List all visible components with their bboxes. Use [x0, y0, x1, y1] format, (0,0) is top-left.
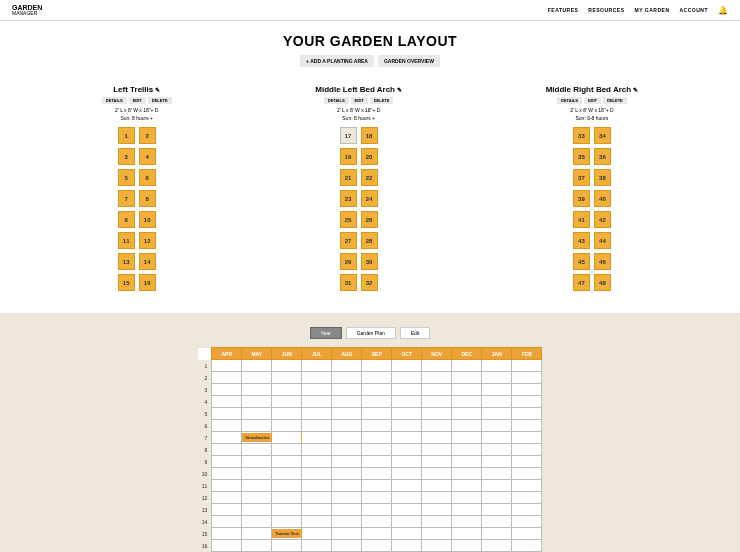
timeline-cell[interactable] — [302, 396, 332, 408]
timeline-cell[interactable] — [452, 384, 482, 396]
timeline-cell[interactable] — [422, 516, 452, 528]
timeline-cell[interactable] — [392, 432, 422, 444]
timeline-cell[interactable] — [392, 456, 422, 468]
timeline-cell[interactable] — [362, 456, 392, 468]
timeline-cell[interactable] — [422, 528, 452, 540]
timeline-cell[interactable] — [512, 372, 542, 384]
timeline-cell[interactable] — [392, 516, 422, 528]
timeline-cell[interactable] — [452, 516, 482, 528]
timeline-cell[interactable] — [272, 420, 302, 432]
timeline-cell[interactable] — [302, 372, 332, 384]
plot-cell[interactable]: 21 — [340, 169, 357, 186]
timeline-cell[interactable] — [512, 360, 542, 372]
timeline-cell[interactable] — [272, 456, 302, 468]
timeline-cell[interactable] — [362, 396, 392, 408]
timeline-cell[interactable] — [482, 444, 512, 456]
timeline-cell[interactable] — [272, 480, 302, 492]
timeline-cell[interactable] — [272, 396, 302, 408]
timeline-cell[interactable] — [482, 420, 512, 432]
timeline-cell[interactable] — [482, 360, 512, 372]
bed-delete-button[interactable]: DELETE — [370, 97, 394, 104]
timeline-cell[interactable] — [272, 468, 302, 480]
timeline-cell[interactable] — [212, 468, 242, 480]
timeline-cell[interactable] — [212, 528, 242, 540]
plot-cell[interactable]: 45 — [573, 253, 590, 270]
timeline-cell[interactable] — [332, 480, 362, 492]
timeline-cell[interactable] — [362, 516, 392, 528]
timeline-cell[interactable] — [362, 480, 392, 492]
timeline-cell[interactable] — [332, 504, 362, 516]
plot-cell[interactable]: 6 — [139, 169, 156, 186]
timeline-cell[interactable] — [512, 480, 542, 492]
timeline-cell[interactable] — [392, 492, 422, 504]
timeline-cell[interactable] — [422, 396, 452, 408]
timeline-cell[interactable] — [452, 444, 482, 456]
plot-cell[interactable]: 26 — [361, 211, 378, 228]
timeline-cell[interactable] — [512, 384, 542, 396]
plot-cell[interactable]: 33 — [573, 127, 590, 144]
timeline-cell[interactable] — [302, 528, 332, 540]
timeline-cell[interactable] — [242, 384, 272, 396]
timeline-cell[interactable] — [362, 420, 392, 432]
timeline-cell[interactable] — [362, 468, 392, 480]
edit-icon[interactable]: ✎ — [155, 87, 160, 93]
timeline-cell[interactable] — [272, 432, 302, 444]
timeline-cell[interactable] — [332, 396, 362, 408]
timeline-cell[interactable] — [332, 408, 362, 420]
timeline-cell[interactable] — [332, 492, 362, 504]
timeline-cell[interactable] — [302, 444, 332, 456]
bell-icon[interactable]: 🔔 — [718, 6, 728, 15]
timeline-cell[interactable] — [362, 384, 392, 396]
timeline-cell[interactable] — [332, 444, 362, 456]
timeline-cell[interactable] — [422, 408, 452, 420]
timeline-cell[interactable] — [302, 480, 332, 492]
timeline-cell[interactable] — [422, 420, 452, 432]
timeline-cell[interactable] — [332, 432, 362, 444]
timeline-cell[interactable] — [272, 360, 302, 372]
plot-cell[interactable]: 11 — [118, 232, 135, 249]
timeline-cell[interactable] — [392, 528, 422, 540]
plot-cell[interactable]: 2 — [139, 127, 156, 144]
plot-cell[interactable]: 28 — [361, 232, 378, 249]
timeline-cell[interactable] — [272, 444, 302, 456]
timeline-cell[interactable] — [272, 384, 302, 396]
plot-cell[interactable]: 15 — [118, 274, 135, 291]
bed-details-button[interactable]: DETAILS — [324, 97, 349, 104]
timeline-cell[interactable] — [302, 492, 332, 504]
bed-details-button[interactable]: DETAILS — [557, 97, 582, 104]
timeline-cell[interactable] — [272, 408, 302, 420]
timeline-cell[interactable] — [392, 408, 422, 420]
timeline-cell[interactable] — [512, 528, 542, 540]
edit-icon[interactable]: ✎ — [397, 87, 402, 93]
timeline-cell[interactable] — [302, 432, 332, 444]
timeline-cell[interactable] — [452, 480, 482, 492]
timeline-cell[interactable] — [422, 432, 452, 444]
logo[interactable]: GARDEN MANAGER — [12, 4, 42, 16]
plot-cell[interactable]: 18 — [361, 127, 378, 144]
timeline-cell[interactable] — [482, 384, 512, 396]
timeline-cell[interactable] — [482, 480, 512, 492]
timeline-cell[interactable] — [422, 372, 452, 384]
plot-cell[interactable]: 17 — [340, 127, 357, 144]
timeline-cell[interactable] — [242, 528, 272, 540]
plot-cell[interactable]: 16 — [139, 274, 156, 291]
timeline-cell[interactable] — [242, 456, 272, 468]
edit-icon[interactable]: ✎ — [633, 87, 638, 93]
plot-cell[interactable]: 41 — [573, 211, 590, 228]
timeline-cell[interactable] — [272, 540, 302, 552]
timeline-cell[interactable] — [392, 384, 422, 396]
plot-cell[interactable]: 36 — [594, 148, 611, 165]
plot-cell[interactable]: 31 — [340, 274, 357, 291]
timeline-cell[interactable] — [272, 504, 302, 516]
timeline-cell[interactable] — [302, 504, 332, 516]
timeline-cell[interactable] — [302, 384, 332, 396]
bed-delete-button[interactable]: DELETE — [603, 97, 627, 104]
plot-cell[interactable]: 14 — [139, 253, 156, 270]
timeline-cell[interactable] — [332, 456, 362, 468]
plot-cell[interactable]: 32 — [361, 274, 378, 291]
plot-cell[interactable]: 7 — [118, 190, 135, 207]
timeline-cell[interactable] — [242, 396, 272, 408]
plot-cell[interactable]: 44 — [594, 232, 611, 249]
plot-cell[interactable]: 3 — [118, 148, 135, 165]
timeline-cell[interactable] — [422, 492, 452, 504]
